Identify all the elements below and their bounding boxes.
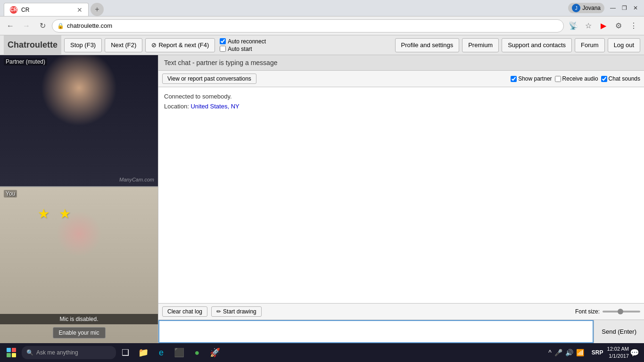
tab-close-button[interactable]: ✕ bbox=[77, 6, 83, 14]
win-quad-bl bbox=[7, 353, 11, 357]
star-left: ★ bbox=[38, 206, 50, 222]
show-partner-option[interactable]: Show partner bbox=[511, 75, 552, 82]
show-partner-checkbox[interactable] bbox=[511, 76, 517, 82]
taskbar-search[interactable]: 🔍 Ask me anything bbox=[22, 346, 116, 359]
receive-audio-checkbox[interactable] bbox=[555, 76, 561, 82]
start-button[interactable] bbox=[2, 343, 21, 362]
chat-sounds-label: Chat sounds bbox=[609, 75, 640, 82]
auto-start-option[interactable]: Auto start bbox=[220, 46, 266, 52]
auto-reconnect-option[interactable]: Auto reconnect bbox=[220, 38, 266, 45]
window-controls: — ❐ ✕ bbox=[608, 3, 640, 13]
view-report-button[interactable]: View or report past conversations bbox=[162, 74, 256, 84]
chat-panel: Text chat - partner is typing a message … bbox=[158, 55, 644, 343]
star-right: ★ bbox=[59, 206, 71, 222]
windows-icon bbox=[7, 348, 16, 357]
network-icon[interactable]: 📶 bbox=[576, 349, 584, 356]
maximize-button[interactable]: ❐ bbox=[619, 3, 629, 13]
auto-start-checkbox[interactable] bbox=[220, 46, 226, 52]
active-tab[interactable]: CR CR ✕ bbox=[4, 3, 89, 16]
clear-chat-button[interactable]: Clear chat log bbox=[162, 306, 207, 317]
font-size-thumb[interactable] bbox=[618, 309, 623, 314]
time-display: 12:02 AM bbox=[607, 346, 629, 353]
chat-sounds-option[interactable]: Chat sounds bbox=[601, 75, 640, 82]
mic-tray-icon[interactable]: 🎤 bbox=[554, 349, 562, 356]
chat-options: Show partner Receive audio Chat sounds bbox=[511, 75, 640, 82]
start-drawing-button[interactable]: ✏ Start drawing bbox=[211, 306, 262, 317]
date-display: 1/1/2017 bbox=[607, 353, 629, 360]
manycam-watermark: ManyСam.com bbox=[119, 177, 154, 182]
profile-chip[interactable]: J Jovana bbox=[568, 3, 604, 13]
file-explorer-icon[interactable]: 📁 bbox=[135, 343, 152, 362]
minimize-button[interactable]: — bbox=[608, 3, 618, 13]
font-size-slider[interactable] bbox=[603, 311, 640, 313]
partner-video-section: Partner (muted) ManyСam.com bbox=[0, 55, 158, 187]
chat-toolbar: View or report past conversations Show p… bbox=[158, 71, 644, 87]
report-next-button[interactable]: ⊘ Report & next (F4) bbox=[145, 38, 215, 52]
cast-icon[interactable]: 📡 bbox=[567, 19, 580, 33]
win-quad-tr bbox=[12, 348, 16, 352]
location-message: Location: United States, NY bbox=[164, 103, 638, 110]
chat-input[interactable] bbox=[158, 320, 594, 343]
profile-settings-button[interactable]: Profile and settings bbox=[395, 38, 460, 52]
mic-disabled-bar: Mic is disabled. bbox=[0, 314, 158, 324]
chrome-icon[interactable]: ● bbox=[189, 343, 206, 362]
address-bar[interactable]: 🔒 chatroulette.com bbox=[52, 19, 564, 33]
refresh-button[interactable]: ↻ bbox=[36, 19, 49, 33]
video-panel: Partner (muted) ManyСam.com You ★ ★ Mic … bbox=[0, 55, 158, 343]
system-tray: ^ 🎤 🔊 📶 SRP 12:02 AM 1/1/2017 💬 bbox=[545, 346, 642, 360]
send-button[interactable]: Send (Enter) bbox=[594, 320, 644, 343]
back-button[interactable]: ← bbox=[4, 19, 17, 33]
auto-start-label: Auto start bbox=[228, 46, 252, 52]
stop-button[interactable]: Stop (F3) bbox=[64, 38, 102, 52]
report-next-label: Report & next (F4) bbox=[158, 41, 209, 49]
partner-video-feed: ManyСam.com bbox=[0, 55, 158, 186]
clock[interactable]: 12:02 AM 1/1/2017 bbox=[607, 346, 629, 360]
enable-mic-button[interactable]: Enable your mic bbox=[52, 327, 105, 338]
logout-button[interactable]: Log out bbox=[608, 38, 640, 52]
taskbar-search-icon: 🔍 bbox=[26, 349, 33, 356]
receive-audio-option[interactable]: Receive audio bbox=[555, 75, 598, 82]
extension-icon[interactable]: ⚙ bbox=[612, 19, 625, 33]
taskview-button[interactable]: ❑ bbox=[117, 343, 134, 362]
language-indicator: SRP bbox=[589, 349, 606, 356]
forward-button[interactable]: → bbox=[20, 19, 33, 33]
win-quad-br bbox=[12, 353, 16, 357]
tray-expand-icon[interactable]: ^ bbox=[548, 349, 552, 356]
partner-label: Partner (muted) bbox=[4, 58, 47, 66]
bookmark-icon[interactable]: ☆ bbox=[582, 19, 595, 33]
edge-browser-icon[interactable]: e bbox=[153, 343, 170, 362]
partner-figure bbox=[0, 55, 158, 186]
auto-reconnect-checkbox[interactable] bbox=[220, 38, 226, 44]
premium-button[interactable]: Premium bbox=[462, 38, 499, 52]
forum-button[interactable]: Forum bbox=[575, 38, 605, 52]
app2-icon[interactable]: 🚀 bbox=[206, 343, 223, 362]
app1-icon[interactable]: ⬛ bbox=[171, 343, 188, 362]
your-video-section: You ★ ★ Mic is disabled. Enable your mic bbox=[0, 187, 158, 343]
profile-name: Jovana bbox=[582, 5, 601, 11]
volume-icon[interactable]: 🔊 bbox=[565, 349, 573, 356]
url-text: chatroulette.com bbox=[67, 22, 112, 29]
notification-icon[interactable]: 💬 bbox=[630, 348, 639, 357]
show-partner-label: Show partner bbox=[518, 75, 552, 82]
next-button[interactable]: Next (F2) bbox=[105, 38, 142, 52]
youtube-icon[interactable]: ▶ bbox=[597, 19, 610, 33]
support-button[interactable]: Support and contacts bbox=[502, 38, 572, 52]
you-label: You bbox=[4, 190, 17, 197]
browser-toolbar: ← → ↻ 🔒 chatroulette.com 📡 ☆ ▶ ⚙ ⋮ bbox=[0, 16, 644, 35]
connected-text: Connected to somebody. bbox=[164, 93, 232, 100]
main-content: Partner (muted) ManyСam.com You ★ ★ Mic … bbox=[0, 55, 644, 343]
options-group: Auto reconnect Auto start bbox=[220, 38, 266, 52]
drawing-icon: ✏ bbox=[216, 308, 221, 315]
new-tab-button[interactable]: + bbox=[91, 3, 104, 16]
app-logo: Chatroulette bbox=[4, 35, 61, 55]
connected-message: Connected to somebody. bbox=[164, 93, 638, 100]
location-value: United States, NY bbox=[190, 103, 239, 110]
tray-icons: ^ 🎤 🔊 📶 bbox=[548, 349, 584, 356]
menu-icon[interactable]: ⋮ bbox=[627, 19, 640, 33]
auto-reconnect-label: Auto reconnect bbox=[228, 38, 266, 45]
close-button[interactable]: ✕ bbox=[631, 3, 640, 13]
profile-icon: J bbox=[572, 4, 580, 12]
chat-sounds-checkbox[interactable] bbox=[601, 76, 607, 82]
location-label: Location: bbox=[164, 103, 190, 110]
star-decoration: ★ ★ bbox=[38, 206, 71, 222]
